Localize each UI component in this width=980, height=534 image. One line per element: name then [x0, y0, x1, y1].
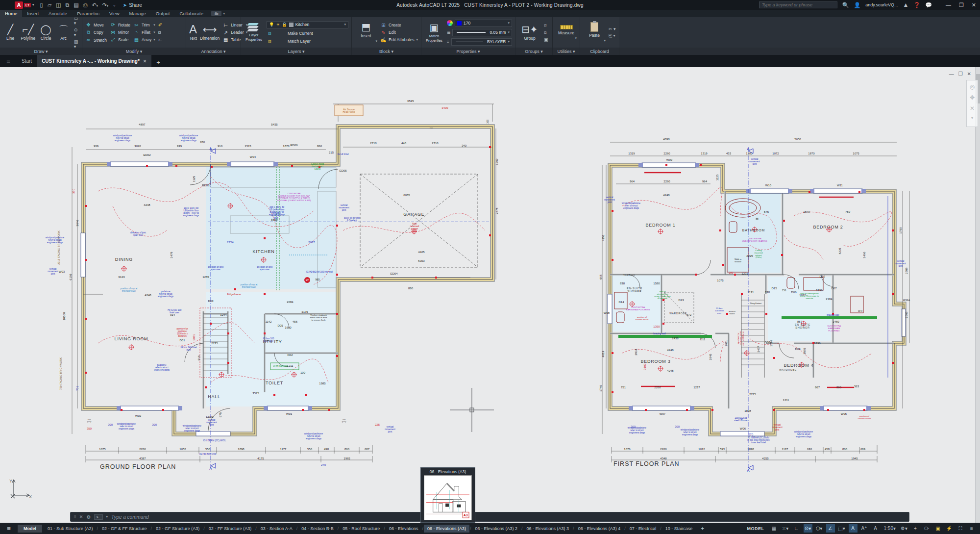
layout-tab-06-elevations-a3-3[interactable]: 06 - Elevations (A3) 3 [523, 525, 573, 533]
annotation-visibility-icon[interactable]: A [849, 524, 858, 533]
insert-button[interactable]: ⬒Insert▾ [355, 18, 377, 47]
paste-button[interactable]: Paste▾ [583, 18, 606, 47]
group-button[interactable]: ⊟✦Group [518, 18, 541, 47]
panel-label-clipboard[interactable]: Clipboard [580, 48, 619, 55]
panel-label-utilities[interactable]: Utilities ▾ [553, 48, 580, 55]
create-block-button[interactable]: ⊞Create [380, 23, 418, 28]
ungroup-icon[interactable]: ⧄ [544, 23, 548, 28]
doc-restore-icon[interactable]: ❐ [958, 71, 963, 76]
panel-label-block[interactable]: Block ▾ [352, 48, 421, 55]
make-current-button[interactable]: ⧈Make Current [267, 30, 348, 36]
ortho-icon[interactable]: ∟ [792, 524, 801, 533]
hardware-accel-icon[interactable]: ⚡ [945, 524, 954, 533]
copy-button[interactable]: ⧉Copy [85, 29, 107, 35]
ribbon-tab-output[interactable]: Output [151, 10, 175, 17]
match-layer-button[interactable]: ⧈Match Layer [267, 38, 348, 44]
isolate-objects-icon[interactable]: ⧂ [922, 524, 931, 533]
layer-properties-button[interactable]: Layer Properties [244, 18, 264, 47]
mirror-button[interactable]: ⋈Mirror [110, 29, 130, 35]
plot-icon[interactable]: ▤ [74, 2, 78, 8]
copy-clip-icon[interactable]: ⎘ ▾ [609, 33, 616, 39]
layout-tab-06-elevations-a3-[interactable]: 06 - Elevations (A3) [424, 525, 469, 533]
doc-minimize-icon[interactable]: — [949, 71, 954, 76]
search-icon[interactable]: 🔍 [842, 2, 849, 8]
tab-start[interactable]: Start [17, 55, 37, 67]
search-input[interactable] [759, 1, 837, 8]
ribbon-tab-insert[interactable]: Insert [22, 10, 44, 17]
offset-icon[interactable]: ⊂ [158, 37, 162, 43]
panel-label-annotation[interactable]: Annotation ▾ [186, 48, 241, 55]
erase-icon[interactable]: ✐ [158, 22, 162, 27]
panel-label-layers[interactable]: Layers ▾ [241, 48, 352, 55]
help-icon[interactable]: ❓ [913, 2, 920, 8]
feedback-icon[interactable]: 💬 [925, 2, 932, 8]
layout-tab-10-staircase[interactable]: 10 - Staircase [662, 525, 696, 533]
layout-tab-05-roof-structure[interactable]: 05 - Roof Structure [339, 525, 383, 533]
chevron-down-icon[interactable]: ▾ [32, 3, 34, 7]
print-icon[interactable]: ⎙ [83, 2, 88, 8]
open-folder-icon[interactable]: ▱ [48, 2, 51, 8]
osnap-tracking-icon[interactable]: ∠ [826, 524, 835, 533]
polar-tracking-icon[interactable]: ⊙▾ [804, 524, 812, 533]
save-as-icon[interactable]: ⧉ [66, 2, 70, 8]
minimize-button[interactable]: — [946, 2, 951, 8]
customization-plus-icon[interactable]: + [911, 524, 920, 533]
stretch-button[interactable]: ⬄Stretch [85, 37, 107, 43]
isometric-icon[interactable]: ⬡▾ [815, 524, 824, 533]
layout-tab-02-gf-structure-a3-[interactable]: 02 - GF Structure (A3) [152, 525, 203, 533]
zoom-tool-icon[interactable]: ◎ [970, 83, 975, 90]
new-tab-button[interactable]: + [151, 58, 165, 67]
panel-label-properties[interactable]: Properties ▾ [421, 48, 515, 55]
rectangle-tool-icon[interactable]: ▭ ▾ [74, 16, 79, 25]
user-icon[interactable]: 👤 [854, 2, 860, 8]
ribbon-tab-view[interactable]: View [104, 10, 124, 17]
fillet-button[interactable]: ◝Fillet▾ [133, 30, 155, 35]
explode-icon[interactable]: ⧇ [158, 29, 162, 35]
qat-customize-icon[interactable]: ⌄ [113, 3, 116, 7]
share-button[interactable]: ➤ Share [123, 2, 142, 8]
rotate-button[interactable]: ⟳Rotate [110, 22, 130, 27]
ribbon-tab-annotate[interactable]: Annotate [44, 10, 72, 17]
edit-attributes-button[interactable]: ✍Edit Attributes▾ [380, 37, 418, 43]
command-wrench-icon[interactable]: ⚙ [86, 514, 91, 520]
pan-tool-icon[interactable]: ✥ [970, 94, 975, 101]
layout-menu-icon[interactable]: ≡ [0, 525, 18, 532]
settings-gear-icon[interactable]: ⚙▾ [900, 524, 908, 533]
circle-button[interactable]: ◯Circle [38, 18, 53, 47]
arc-button[interactable]: ⌒Arc [56, 18, 71, 47]
autocad-logo-icon[interactable]: A [15, 1, 23, 9]
layout-tab-02-gf-ff-structure[interactable]: 02 - GF & FF Structure [98, 525, 150, 533]
scale-button[interactable]: ⤢Scale [110, 37, 130, 43]
linetype-dropdown[interactable]: BYLAYER▾ [451, 38, 512, 46]
autodesk-logo-icon[interactable]: ▲ [903, 1, 909, 8]
save-icon[interactable]: ◫ [56, 2, 61, 8]
close-tab-icon[interactable]: ✕ [143, 59, 147, 64]
layout-tab-06-elevations-a3-2[interactable]: 06 - Elevations (A3) 2 [472, 525, 521, 533]
vertical-scrollbar[interactable] [975, 67, 980, 523]
group-edit-icon[interactable]: ⧅ [544, 30, 548, 35]
group-select-icon[interactable]: ▣ [544, 37, 548, 42]
move-button[interactable]: ✥Move [85, 22, 107, 27]
annotation-scale-icon[interactable]: A [871, 524, 880, 533]
line-button[interactable]: ╱Line [3, 18, 18, 47]
measure-button[interactable]: Measure▾ [556, 18, 577, 47]
redo-icon[interactable]: ↷▾ [102, 2, 108, 8]
command-line[interactable]: ⠿ ✕ ⚙ >_ ▾ Type a command [70, 512, 909, 522]
panel-label-groups[interactable]: Groups ▾ [515, 48, 553, 55]
navbar-more-icon[interactable]: ▾ [971, 116, 973, 120]
doc-close-icon[interactable]: ✕ [967, 71, 971, 76]
array-button[interactable]: ▦Array▾ [133, 37, 155, 43]
ribbon-extra-icon[interactable]: 🖿 [211, 11, 222, 16]
scale-dropdown[interactable]: 1:50▾ [882, 524, 898, 533]
new-file-icon[interactable]: ▯ [40, 2, 43, 8]
polyline-button[interactable]: ⌐╱Polyline [21, 18, 35, 47]
tab-working-drawing[interactable]: CUST Kinnersley A -... - Working Drawing… [37, 55, 151, 67]
clean-screen-icon[interactable]: ⛶ [956, 524, 965, 533]
command-grip-icon[interactable]: ⠿ [74, 515, 76, 519]
ribbon-tab-manage[interactable]: Manage [124, 10, 151, 17]
dimension-button[interactable]: ⟷Dimension [200, 18, 220, 47]
close-button[interactable]: ✕ [972, 2, 976, 8]
user-name[interactable]: andy.searleVQ... [865, 2, 898, 7]
snap-icon[interactable]: ⁙▾ [781, 524, 790, 533]
layout-tab-01-sub-structure-a2-[interactable]: 01 - Sub Structure (A2) [44, 525, 97, 533]
